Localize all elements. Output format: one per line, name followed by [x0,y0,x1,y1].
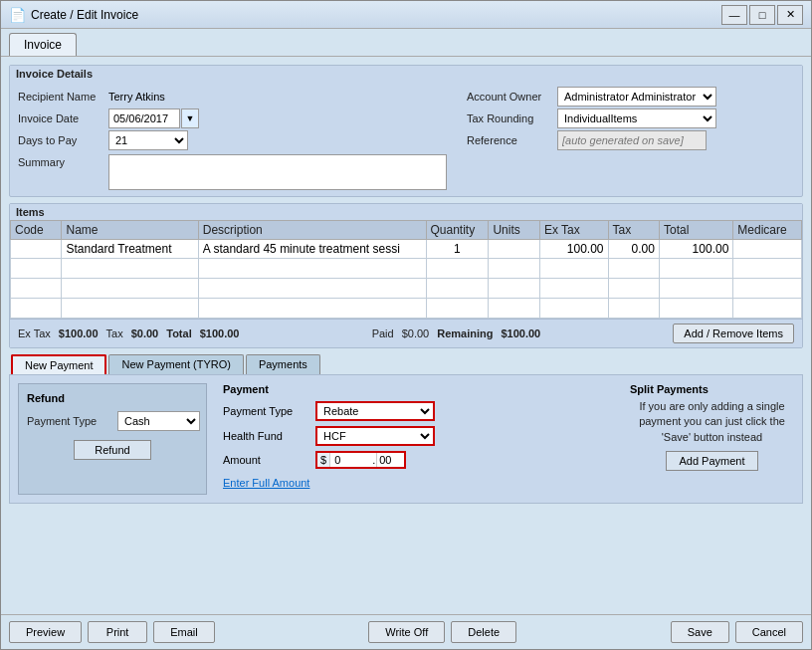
days-to-pay-label: Days to Pay [18,134,102,146]
tab-payments[interactable]: Payments [246,354,320,374]
tax-rounding-label: Tax Rounding [467,112,551,124]
refund-type-row: Payment Type Cash Cheque Credit Card [27,410,198,432]
paid-label: Paid [372,327,394,339]
invoice-details-section: Invoice Details Recipient Name Terry Atk… [9,65,803,197]
col-header-qty: Quantity [426,221,489,240]
account-owner-select[interactable]: Administrator Administrator [557,87,716,107]
tax-label: Tax [106,327,123,339]
invoice-details-title: Invoice Details [10,66,802,82]
payment-fields: Payment Type Rebate Cash Cheque Credit C… [223,401,614,490]
reference-input[interactable] [557,130,707,150]
tab-new-payment-tyro[interactable]: New Payment (TYRO) [108,354,243,374]
invoice-date-label: Invoice Date [18,112,102,124]
amount-separator: . [372,454,375,466]
print-button[interactable]: Print [88,621,147,643]
close-button[interactable]: ✕ [777,5,803,25]
refund-type-select[interactable]: Cash Cheque Credit Card [117,411,200,431]
recipient-value: Terry Atkins [108,91,165,103]
recipient-row: Recipient Name Terry Atkins [18,86,447,108]
maximize-button[interactable]: □ [749,5,775,25]
enter-full-amount-link[interactable]: Enter Full Amount [223,477,309,489]
tax-rounding-select[interactable]: IndividualItems Total [557,108,716,128]
amount-main-input[interactable] [331,453,371,467]
col-header-medicare: Medicare [733,221,802,240]
table-row[interactable]: Standard Treatment A standard 45 minute … [11,240,802,259]
summary-label: Summary [18,154,102,168]
account-owner-label: Account Owner [467,91,551,103]
refund-type-label: Payment Type [27,415,111,427]
payment-section: New Payment New Payment (TYRO) Payments … [9,354,803,606]
tab-invoice[interactable]: Invoice [9,33,77,56]
tab-new-payment[interactable]: New Payment [11,354,106,374]
save-button[interactable]: Save [671,621,729,643]
cell-qty: 1 [426,240,489,259]
split-panel: Split Payments If you are only adding a … [630,383,794,495]
col-header-total: Total [659,221,732,240]
minimize-button[interactable]: — [721,5,747,25]
tab-bar: Invoice [1,29,811,57]
totals-bar: Ex Tax $100.00 Tax $0.00 Total $100.00 P… [10,319,802,347]
details-grid: Recipient Name Terry Atkins Invoice Date… [18,86,794,190]
window-title: Create / Edit Invoice [31,8,138,22]
cell-units [489,240,539,259]
refund-button[interactable]: Refund [74,440,150,460]
email-button[interactable]: Email [153,621,215,643]
payment-type-select[interactable]: Rebate Cash Cheque Credit Card EFTPOS [315,401,435,421]
enter-full-amount-row: Enter Full Amount [223,474,614,490]
recipient-label: Recipient Name [18,91,102,103]
title-controls: — □ ✕ [721,5,803,25]
cell-medicare [733,240,802,259]
cancel-button[interactable]: Cancel [735,621,803,643]
payment-type-label: Payment Type [223,405,307,417]
amount-cents-input[interactable] [376,453,404,467]
total-label: Total [166,327,191,339]
invoice-date-input[interactable] [108,108,180,128]
delete-button[interactable]: Delete [451,621,516,643]
payment-type-row: Payment Type Rebate Cash Cheque Credit C… [223,401,614,421]
payment-body: Refund Payment Type Cash Cheque Credit C… [9,374,803,504]
main-window: 📄 Create / Edit Invoice — □ ✕ Invoice In… [0,0,812,650]
summary-textarea[interactable] [108,154,447,190]
payment-tab-bar: New Payment New Payment (TYRO) Payments [9,354,803,374]
ex-tax-label: Ex Tax [18,327,51,339]
col-header-desc: Description [198,221,426,240]
remaining-label: Remaining [437,327,493,339]
items-title: Items [10,204,802,220]
health-fund-label: Health Fund [223,430,307,442]
days-to-pay-select[interactable]: 21 30 60 [108,130,188,150]
add-payment-button[interactable]: Add Payment [666,451,757,471]
write-off-button[interactable]: Write Off [368,621,445,643]
payment-panel: Payment Payment Type Rebate Cash Cheque … [223,383,614,495]
table-header-row: Code Name Description Quantity Units Ex … [11,221,802,240]
cell-extax: 100.00 [539,240,608,259]
cell-tax: 0.00 [608,240,659,259]
invoice-details-inner: Recipient Name Terry Atkins Invoice Date… [10,82,802,196]
amount-row: Amount $ . [223,451,614,469]
date-picker-button[interactable]: ▼ [181,108,199,128]
bottom-bar: Preview Print Email Write Off Delete Sav… [1,614,811,649]
add-remove-items-button[interactable]: Add / Remove Items [673,324,794,343]
cell-code [11,240,62,259]
paid-value: $0.00 [402,327,430,339]
health-fund-select[interactable]: HCF Medibank NIB BUPA AHM [315,426,435,446]
cell-name: Standard Treatment [62,240,198,259]
items-table: Code Name Description Quantity Units Ex … [10,220,802,319]
total-value: $100.00 [200,327,240,339]
date-wrapper: ▼ [108,108,199,128]
payment-title: Payment [223,383,614,395]
reference-label: Reference [467,134,551,146]
window-icon: 📄 [9,7,25,23]
preview-button[interactable]: Preview [9,621,82,643]
table-row-empty-3 [11,299,802,319]
remaining-value: $100.00 [501,327,540,339]
title-bar: 📄 Create / Edit Invoice — □ ✕ [1,1,811,29]
col-header-name: Name [62,221,198,240]
days-to-pay-row: Days to Pay 21 30 60 [18,129,447,151]
amount-label: Amount [223,454,307,466]
col-header-extax: Ex Tax [539,221,608,240]
table-row-empty-2 [11,279,802,299]
title-bar-left: 📄 Create / Edit Invoice [9,7,138,23]
main-content: Invoice Details Recipient Name Terry Atk… [1,57,811,614]
split-title: Split Payments [630,383,794,395]
details-left-col: Recipient Name Terry Atkins Invoice Date… [18,86,447,190]
